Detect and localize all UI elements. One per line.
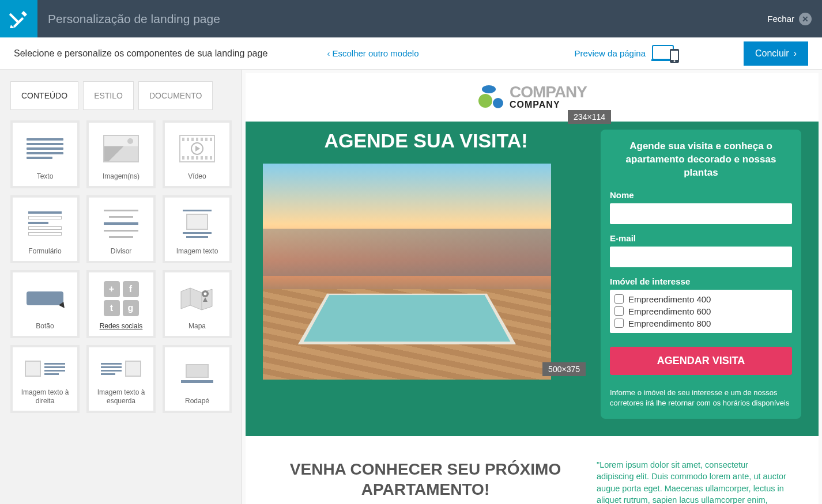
choose-other-model-link[interactable]: ‹ Escolher outro modelo (327, 48, 418, 58)
logo-text: COMPANY COMPANY (510, 85, 587, 109)
section-title[interactable]: VENHA CONHECER SEU PRÓXIMO APARTAMENTO! (277, 459, 574, 499)
option-1-label: Empreendimento 400 (628, 294, 711, 304)
name-label: Nome (610, 190, 792, 200)
option-2[interactable]: Empreendimento 600 (614, 305, 787, 317)
hero-image-wrap[interactable]: 500×375 (263, 164, 589, 380)
image-text-right-icon (16, 353, 74, 385)
component-label: Rodapé (185, 397, 209, 406)
component-button[interactable]: Botão (10, 270, 80, 338)
choose-other-label: Escolher outro modelo (332, 48, 418, 58)
toolbar-instruction: Selecione e personalize os componentes d… (14, 48, 327, 59)
component-label: Formulário (28, 247, 61, 256)
finish-label: Concluir (755, 48, 789, 59)
svg-rect-7 (671, 51, 678, 60)
svg-rect-1 (9, 13, 19, 23)
hero-title[interactable]: AGENDE SUA VISITA! (263, 130, 589, 152)
component-label: Imagem texto (176, 247, 218, 256)
interest-label: Imóvel de interesse (610, 276, 792, 286)
component-social[interactable]: +ftg Redes sociais (86, 270, 156, 338)
component-image-text[interactable]: Imagem texto (163, 195, 232, 263)
close-button[interactable]: Fechar ✕ (767, 0, 822, 37)
video-icon (168, 128, 226, 169)
company-logo[interactable]: COMPANY COMPANY (477, 85, 587, 110)
svg-point-10 (204, 293, 207, 295)
hero-image (263, 164, 551, 380)
finish-button[interactable]: Concluir › (744, 41, 808, 66)
logo-size-badge: 234×114 (568, 110, 611, 124)
close-label: Fechar (767, 14, 794, 24)
social-icon: +ftg (92, 278, 150, 319)
component-images[interactable]: Imagem(ns) (86, 120, 156, 188)
testimonial-quote[interactable]: "Lorem ipsum dolor sit amet, consectetur… (597, 459, 787, 504)
svg-marker-2 (21, 11, 27, 17)
landing-page: COMPANY COMPANY 234×114 AGENDE SUA VISIT… (246, 73, 819, 504)
submit-button[interactable]: AGENDAR VISITA (610, 347, 792, 375)
component-label: Texto (37, 172, 54, 181)
component-form[interactable]: Formulário (10, 195, 80, 263)
checkbox-2[interactable] (614, 306, 624, 316)
form-icon (16, 203, 74, 244)
tab-content[interactable]: CONTEÚDO (10, 81, 78, 110)
page-title: Personalização de landing page (37, 0, 767, 37)
image-text-icon (168, 203, 226, 244)
component-image-text-right[interactable]: Imagem texto à direita (10, 345, 80, 413)
content-section: VENHA CONHECER SEU PRÓXIMO APARTAMENTO! … (246, 436, 819, 504)
close-icon: ✕ (799, 13, 812, 25)
interest-options: Empreendimento 400 Empreendimento 600 Em… (610, 290, 792, 333)
logo-bar: COMPANY COMPANY 234×114 (246, 73, 819, 122)
component-label: Mapa (188, 322, 206, 331)
preview-canvas[interactable]: COMPANY COMPANY 234×114 AGENDE SUA VISIT… (242, 70, 822, 504)
svg-point-11 (482, 85, 496, 93)
text-lines-icon (16, 128, 74, 169)
logo-line2: COMPANY (510, 100, 587, 110)
hero-image-size-badge: 500×375 (542, 362, 586, 376)
lead-form: Agende sua visita e conheça o apartament… (601, 130, 801, 419)
preview-page-link[interactable]: Preview da página (575, 44, 680, 63)
checkbox-1[interactable] (614, 294, 624, 304)
component-footer[interactable]: Rodapé (163, 345, 232, 413)
footer-icon (168, 353, 226, 393)
svg-point-8 (673, 60, 675, 62)
option-3-label: Empreendimento 800 (628, 319, 711, 328)
component-label: Vídeo (188, 172, 206, 181)
tab-style[interactable]: ESTILO (83, 81, 134, 110)
component-map[interactable]: Mapa (163, 270, 232, 338)
app-header: Personalização de landing page Fechar ✕ (0, 0, 822, 37)
checkbox-3[interactable] (614, 319, 624, 328)
component-image-text-left[interactable]: Imagem texto à esquerda (86, 345, 156, 413)
component-label: Divisor (111, 247, 132, 256)
content-right: "Lorem ipsum dolor sit amet, consectetur… (597, 459, 787, 504)
email-input[interactable] (610, 247, 792, 267)
divider-icon (92, 203, 150, 244)
tab-document[interactable]: DOCUMENTO (138, 81, 213, 110)
option-2-label: Empreendimento 600 (628, 306, 711, 316)
component-label: Redes sociais (100, 322, 143, 331)
chevron-left-icon: ‹ (327, 48, 330, 58)
components-grid: Texto Imagem(ns) Vídeo Formulário Diviso… (6, 120, 236, 413)
option-1[interactable]: Empreendimento 400 (614, 293, 787, 305)
logo-line1: COMPANY (510, 85, 587, 99)
main-area: CONTEÚDO ESTILO DOCUMENTO Texto Imagem(n… (0, 70, 822, 504)
email-label: E-mail (610, 233, 792, 243)
devices-icon (651, 44, 680, 63)
component-label: Botão (36, 322, 54, 331)
component-divider[interactable]: Divisor (86, 195, 156, 263)
component-label: Imagem texto à esquerda (92, 388, 150, 406)
component-video[interactable]: Vídeo (163, 120, 232, 188)
svg-point-13 (493, 98, 503, 108)
image-placeholder-icon (92, 128, 150, 169)
form-note[interactable]: Informe o imóvel de seu interesse e um d… (610, 388, 792, 408)
name-input[interactable] (610, 203, 792, 224)
logo-mark-icon (477, 85, 505, 110)
chevron-right-icon: › (794, 48, 797, 59)
app-logo-icon (0, 0, 37, 37)
button-icon (16, 278, 74, 319)
component-text[interactable]: Texto (10, 120, 80, 188)
component-label: Imagem(ns) (103, 172, 139, 181)
option-3[interactable]: Empreendimento 800 (614, 317, 787, 329)
form-title[interactable]: Agende sua visita e conheça o apartament… (610, 140, 792, 180)
svg-point-12 (478, 94, 492, 108)
toolbar: Selecione e personalize os componentes d… (0, 37, 822, 70)
component-label: Imagem texto à direita (16, 388, 74, 406)
hero-section: AGENDE SUA VISITA! 500×375 Agende sua vi… (246, 122, 819, 436)
